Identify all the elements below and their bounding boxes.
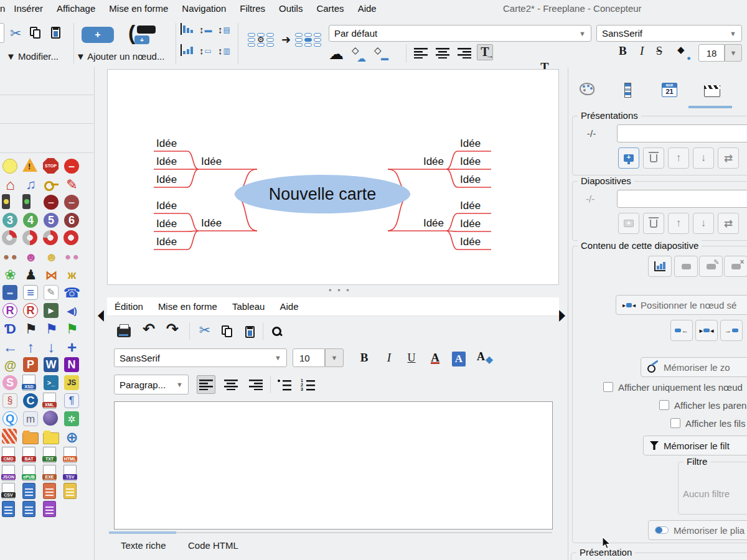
globe-lock-icon[interactable]: ⊕ (63, 429, 80, 446)
quarter-icon[interactable] (2, 230, 17, 245)
butterfly-icon[interactable]: ⋈ (43, 266, 60, 283)
bold-button[interactable] (619, 44, 627, 58)
add-node-dropdown[interactable]: ▼ Ajouter un nœud... (76, 51, 164, 62)
note-textarea[interactable] (114, 401, 553, 530)
editor-copy-button[interactable] (218, 322, 237, 341)
registered-red-icon[interactable]: R (23, 303, 38, 318)
memorize-filter-button[interactable]: Mémoriser le filt (643, 436, 747, 455)
sass-icon[interactable]: S (2, 375, 17, 390)
highlight-color-button[interactable]: A (449, 350, 468, 368)
json-file-icon[interactable]: JSON (2, 465, 15, 481)
edge-style-button[interactable] (350, 47, 366, 62)
editor-underline-button[interactable] (402, 348, 421, 367)
nodes-space-down-button[interactable]: ↕▥ (218, 45, 230, 56)
node-gap-left-button[interactable]: ← (670, 320, 693, 341)
add-sibling-node-button[interactable]: ( + (128, 24, 161, 47)
add-slide-button[interactable] (618, 213, 639, 234)
delete-presentation-button[interactable] (643, 147, 664, 169)
memorize-fold-button[interactable]: Mémoriser le plia (648, 520, 747, 540)
warning-icon[interactable]: ! (22, 158, 37, 172)
threequarter-icon[interactable] (43, 230, 58, 245)
editor-menu-mise-en-forme[interactable]: Mise en forme (151, 301, 225, 312)
delete-slide-button[interactable] (643, 213, 664, 234)
music-icon[interactable]: ♫ (22, 176, 39, 193)
decrease-chart-button[interactable] (181, 23, 182, 34)
family-icon[interactable]: ☻☻ (2, 248, 19, 265)
d-logo-icon[interactable]: Ɗ (2, 320, 19, 337)
number-4-icon[interactable]: 4 (23, 213, 38, 228)
epub-file-icon[interactable]: ePUB (22, 465, 35, 481)
undo-button[interactable] (139, 320, 158, 338)
align-left-button[interactable] (414, 47, 428, 58)
memorize-zoom-button[interactable]: Mémoriser le zo (641, 357, 747, 377)
xsd-file-icon[interactable]: XSD (22, 375, 35, 391)
menu-item-filtres[interactable]: Filtres (233, 3, 272, 14)
txt-file-icon[interactable]: TXT (43, 447, 56, 463)
editor-search-button[interactable] (268, 322, 286, 341)
video-icon[interactable]: ▶ (44, 303, 59, 318)
impress-doc-icon[interactable] (22, 483, 35, 499)
penguin-icon[interactable]: ♟ (22, 266, 39, 283)
layout-source-button[interactable]: ⚙ (248, 33, 275, 47)
person-blonde-icon[interactable]: ☻ (43, 248, 60, 265)
cut-button[interactable] (10, 26, 21, 42)
font-color-button[interactable]: A (426, 348, 444, 367)
move-slide-up-button[interactable]: ↑ (668, 213, 689, 234)
flag-black-icon[interactable]: ⚑ (22, 320, 39, 337)
move-slide-down-button[interactable]: ↓ (693, 213, 714, 234)
editor-paste-button[interactable] (240, 322, 259, 341)
editor-font-size-dropdown[interactable]: ▼ (325, 348, 344, 367)
format-copy-button[interactable]: T→ (477, 44, 493, 60)
mindmap[interactable]: IdéeIdéeIdéeIdéeIdéeIdéeIdéeIdéeIdéeIdée… (108, 70, 558, 284)
swap-presentation-button[interactable] (718, 147, 739, 169)
number-5-icon[interactable]: 5 (44, 213, 59, 228)
collapse-right-arrow[interactable]: ▶ (559, 306, 565, 324)
cmd-file-icon[interactable]: CMD (2, 447, 15, 463)
menu-item-inserer[interactable]: Insérer (7, 3, 50, 14)
apply-zoom-button[interactable] (648, 256, 672, 277)
phone-icon[interactable]: ☎ (63, 284, 80, 301)
node-space-up-button[interactable]: ↕▬ (199, 24, 212, 35)
paste-button[interactable] (51, 27, 60, 39)
presentation-name-input[interactable] (617, 124, 747, 142)
font-size-input[interactable]: 18 (698, 44, 725, 62)
move-presentation-up-button[interactable]: ↑ (668, 147, 689, 169)
editor-menu-aide[interactable]: Aide (272, 301, 306, 312)
half-icon[interactable] (22, 230, 37, 245)
arrow-left-icon[interactable]: ← (2, 338, 19, 355)
font-family-combobox[interactable]: SansSerif▼ (596, 25, 742, 42)
xml-file-icon[interactable]: XML (43, 393, 56, 409)
bat-file-icon[interactable]: BAT (22, 447, 35, 463)
traffic-green-icon[interactable] (22, 194, 31, 209)
eclipse-icon[interactable] (43, 411, 58, 426)
bee-icon[interactable]: ж (63, 266, 80, 283)
html-file-icon[interactable]: HTML (63, 447, 77, 463)
node-remove-button[interactable] (724, 256, 747, 277)
full-icon[interactable] (63, 230, 78, 245)
minus-darkred-icon[interactable]: – (44, 195, 59, 210)
map-canvas[interactable]: IdéeIdéeIdéeIdéeIdéeIdéeIdéeIdéeIdéeIdée… (107, 69, 559, 285)
tab-texte-riche[interactable]: Texte riche (121, 540, 166, 551)
node-color-button[interactable] (676, 45, 691, 60)
menu-item-mise-en-forme[interactable]: Mise en forme (102, 3, 175, 14)
numbered-list-button[interactable] (299, 376, 317, 394)
slide-name-input[interactable] (617, 190, 747, 208)
menu-item-affichage[interactable]: Affichage (50, 3, 102, 14)
layout-target-button[interactable] (295, 33, 322, 47)
tab-styles[interactable] (624, 83, 631, 98)
strikethrough-button[interactable] (656, 45, 662, 58)
editor-align-center-button[interactable] (222, 375, 240, 394)
nodes-space-up-button[interactable]: ↕▤ (218, 24, 230, 35)
splitter-handle[interactable]: • • • (321, 286, 359, 295)
editor-italic-button[interactable] (380, 348, 398, 367)
show-children-checkbox[interactable] (670, 418, 680, 428)
editor-align-right-button[interactable] (247, 375, 265, 394)
pencil-red-icon[interactable]: ✎ (63, 176, 80, 193)
office-doc-icon[interactable] (63, 483, 77, 499)
show-parents-checkbox[interactable] (659, 400, 669, 410)
editor-bold-button[interactable] (355, 348, 374, 367)
swap-slide-button[interactable] (718, 213, 739, 234)
folder-open-icon[interactable] (43, 432, 59, 444)
freeplane-icon[interactable]: ✲ (64, 411, 79, 426)
registered-purple-icon[interactable]: R (2, 303, 17, 318)
